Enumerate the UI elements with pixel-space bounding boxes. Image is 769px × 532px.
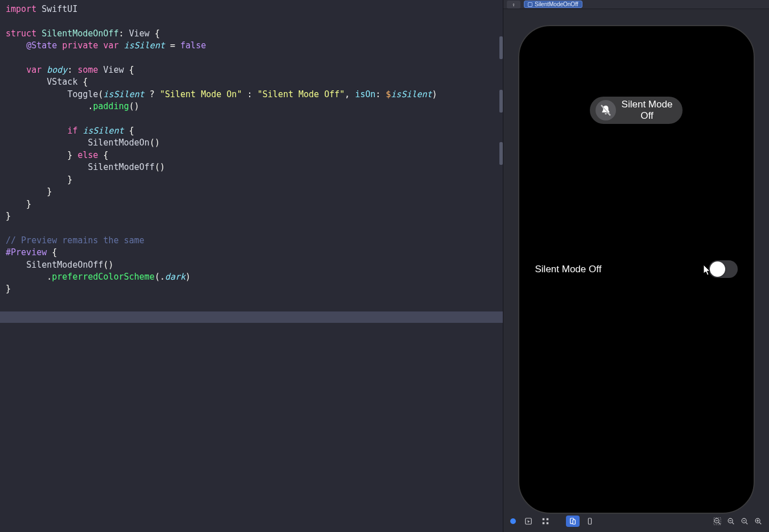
crumb-label: SilentModeOnOff [535,1,578,7]
svg-rect-3 [543,518,545,521]
source-code[interactable]: import SwiftUI struct SilentModeOnOff: V… [0,0,503,298]
silent-mode-toggle-row: Silent Mode Off [524,260,749,278]
code-editor-pane[interactable]: import SwiftUI struct SilentModeOnOff: V… [0,0,503,532]
code-line[interactable] [6,222,497,234]
silent-mode-banner: Silent Mode Off [590,97,683,124]
svg-rect-8 [573,519,575,524]
zoom-out-icon [727,517,735,525]
code-line[interactable]: } [6,283,497,295]
zoom-100-icon [741,517,749,525]
live-preview-button[interactable] [508,516,518,527]
code-line[interactable]: } [6,198,497,210]
pin-icon: ⇪ [512,2,515,7]
zoom-out-button[interactable] [725,516,737,527]
scrollbar-minimap[interactable] [498,0,503,532]
preview-pane: ⇪ SilentModeOnOff [503,0,769,532]
code-line[interactable]: import SwiftUI [6,3,497,15]
code-line[interactable]: } else { [6,149,497,161]
device-screen: Silent Mode Off Silent Mode Off [524,31,749,508]
canvas-toolbar [503,514,769,529]
xcode-workspace: import SwiftUI struct SilentModeOnOff: V… [0,0,769,532]
preview-file-crumb[interactable]: SilentModeOnOff [524,1,582,8]
device-settings-button[interactable] [583,516,597,527]
toggle-label: Silent Mode Off [535,264,602,275]
code-line[interactable]: } [6,186,497,198]
code-line[interactable]: // Preview remains the same [6,235,497,247]
svg-rect-9 [588,518,591,525]
code-line[interactable]: .preferredColorScheme(.dark) [6,271,497,283]
code-line[interactable]: SilentModeOnOff() [6,259,497,271]
svg-line-21 [759,522,761,524]
silent-mode-toggle[interactable] [709,260,738,278]
banner-line-1: Silent Mode [622,99,673,110]
selectable-icon [524,517,532,525]
code-line[interactable] [6,15,497,27]
phone-icon [586,517,594,525]
code-line[interactable] [6,52,497,64]
selectable-preview-button[interactable] [522,516,535,527]
code-line[interactable]: struct SilentModeOnOff: View { [6,28,497,40]
zoom-fit-button[interactable] [711,516,723,527]
preview-canvas[interactable]: Silent Mode Off Silent Mode Off [503,9,769,532]
device-stack-icon [569,517,577,525]
svg-line-15 [732,522,734,524]
debug-bar[interactable] [0,311,503,323]
code-line[interactable]: .padding() [6,101,497,113]
code-line[interactable]: @State private var isSilent = false [6,40,497,52]
zoom-in-button[interactable] [752,516,764,527]
svg-rect-6 [547,522,549,525]
code-line[interactable]: } [6,210,497,222]
preview-breadcrumb-bar: ⇪ SilentModeOnOff [503,0,769,9]
toggle-knob [710,261,725,277]
svg-rect-4 [547,518,549,521]
zoom-actual-button[interactable] [738,516,751,527]
svg-rect-5 [543,522,545,525]
pin-preview-button[interactable]: ⇪ [507,1,520,9]
device-layout-button[interactable] [566,516,580,527]
code-line[interactable]: if isSilent { [6,125,497,137]
live-dot-icon [510,518,516,524]
canvas-zoom-controls [711,516,764,527]
zoom-in-icon [754,517,762,525]
grid-icon [541,517,549,525]
banner-text: Silent Mode Off [622,99,673,122]
code-line[interactable]: #Preview { [6,247,497,259]
code-line[interactable]: Toggle(isSilent ? "Silent Mode On" : "Si… [6,89,497,101]
svg-line-11 [718,522,720,524]
svg-point-19 [743,520,745,521]
device-bezel: Silent Mode Off Silent Mode Off [518,25,755,514]
variants-preview-button[interactable] [539,516,552,527]
code-line[interactable]: var body: some View { [6,64,497,76]
canvas-toolbar-left [508,516,597,527]
code-line[interactable]: VStack { [6,76,497,88]
swift-file-icon [528,2,532,7]
code-line[interactable]: } [6,174,497,186]
code-line[interactable]: SilentModeOff() [6,161,497,173]
svg-line-18 [746,522,747,524]
bell-slash-icon [596,100,616,120]
banner-line-2: Off [622,110,673,122]
zoom-out-full-icon [713,517,721,525]
code-line[interactable] [6,113,497,125]
code-line[interactable]: SilentModeOn() [6,137,497,149]
